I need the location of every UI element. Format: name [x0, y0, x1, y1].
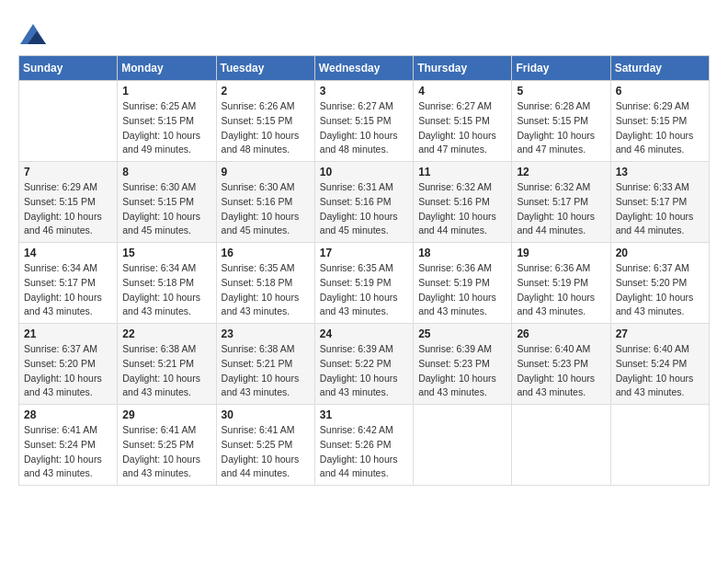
day-info: Sunrise: 6:42 AMSunset: 5:26 PMDaylight:… [320, 423, 408, 481]
day-info: Sunrise: 6:30 AMSunset: 5:15 PMDaylight:… [122, 180, 210, 238]
day-info: Sunrise: 6:27 AMSunset: 5:15 PMDaylight:… [418, 99, 506, 157]
day-number: 15 [122, 247, 210, 259]
day-info: Sunrise: 6:36 AMSunset: 5:19 PMDaylight:… [418, 261, 506, 319]
day-info: Sunrise: 6:37 AMSunset: 5:20 PMDaylight:… [616, 261, 704, 319]
day-number: 10 [320, 166, 408, 178]
day-number: 12 [517, 166, 605, 178]
day-info: Sunrise: 6:32 AMSunset: 5:16 PMDaylight:… [418, 180, 506, 238]
day-info: Sunrise: 6:34 AMSunset: 5:17 PMDaylight:… [24, 261, 112, 319]
week-row-3: 14Sunrise: 6:34 AMSunset: 5:17 PMDayligh… [19, 243, 710, 324]
day-number: 25 [418, 327, 506, 340]
calendar-cell: 11Sunrise: 6:32 AMSunset: 5:16 PMDayligh… [414, 162, 512, 243]
day-number: 26 [517, 327, 605, 340]
week-row-2: 7Sunrise: 6:29 AMSunset: 5:15 PMDaylight… [19, 162, 710, 243]
day-number: 8 [122, 166, 210, 178]
calendar-cell: 20Sunrise: 6:37 AMSunset: 5:20 PMDayligh… [610, 243, 709, 324]
day-number: 29 [122, 408, 210, 421]
calendar-cell: 5Sunrise: 6:28 AMSunset: 5:15 PMDaylight… [512, 81, 610, 162]
calendar-cell: 28Sunrise: 6:41 AMSunset: 5:24 PMDayligh… [19, 405, 118, 486]
day-info: Sunrise: 6:25 AMSunset: 5:15 PMDaylight:… [122, 99, 210, 157]
day-number: 31 [320, 408, 408, 421]
day-info: Sunrise: 6:28 AMSunset: 5:15 PMDaylight:… [517, 99, 605, 157]
calendar-cell [414, 405, 512, 486]
day-number: 27 [616, 327, 704, 340]
day-info: Sunrise: 6:32 AMSunset: 5:17 PMDaylight:… [517, 180, 605, 238]
day-info: Sunrise: 6:40 AMSunset: 5:23 PMDaylight:… [517, 342, 605, 400]
day-info: Sunrise: 6:26 AMSunset: 5:15 PMDaylight:… [222, 99, 310, 157]
day-number: 4 [418, 85, 506, 98]
day-number: 1 [122, 85, 210, 98]
calendar-cell: 8Sunrise: 6:30 AMSunset: 5:15 PMDaylight… [118, 162, 216, 243]
day-info: Sunrise: 6:39 AMSunset: 5:22 PMDaylight:… [320, 342, 408, 400]
day-number: 6 [616, 85, 704, 98]
calendar-cell: 9Sunrise: 6:30 AMSunset: 5:16 PMDaylight… [216, 162, 314, 243]
calendar-table: SundayMondayTuesdayWednesdayThursdayFrid… [18, 55, 710, 486]
day-info: Sunrise: 6:35 AMSunset: 5:18 PMDaylight:… [222, 261, 310, 319]
day-number: 30 [222, 408, 310, 421]
day-number: 11 [418, 166, 506, 178]
column-header-sunday: Sunday [19, 56, 118, 81]
calendar-cell: 30Sunrise: 6:41 AMSunset: 5:25 PMDayligh… [216, 405, 314, 486]
day-info: Sunrise: 6:37 AMSunset: 5:20 PMDaylight:… [24, 342, 112, 400]
week-row-4: 21Sunrise: 6:37 AMSunset: 5:20 PMDayligh… [19, 324, 710, 405]
day-number: 28 [24, 408, 112, 421]
calendar-cell: 26Sunrise: 6:40 AMSunset: 5:23 PMDayligh… [512, 324, 610, 405]
week-row-1: 1Sunrise: 6:25 AMSunset: 5:15 PMDaylight… [19, 81, 710, 162]
calendar-cell [512, 405, 610, 486]
week-row-5: 28Sunrise: 6:41 AMSunset: 5:24 PMDayligh… [19, 405, 710, 486]
calendar-cell: 21Sunrise: 6:37 AMSunset: 5:20 PMDayligh… [19, 324, 118, 405]
calendar-cell: 15Sunrise: 6:34 AMSunset: 5:18 PMDayligh… [118, 243, 216, 324]
day-info: Sunrise: 6:29 AMSunset: 5:15 PMDaylight:… [24, 180, 112, 238]
day-info: Sunrise: 6:36 AMSunset: 5:19 PMDaylight:… [517, 261, 605, 319]
day-info: Sunrise: 6:41 AMSunset: 5:25 PMDaylight:… [222, 423, 310, 481]
day-info: Sunrise: 6:38 AMSunset: 5:21 PMDaylight:… [122, 342, 210, 400]
calendar-cell: 25Sunrise: 6:39 AMSunset: 5:23 PMDayligh… [414, 324, 512, 405]
day-info: Sunrise: 6:31 AMSunset: 5:16 PMDaylight:… [320, 180, 408, 238]
day-number: 3 [320, 85, 408, 98]
calendar-cell: 19Sunrise: 6:36 AMSunset: 5:19 PMDayligh… [512, 243, 610, 324]
calendar-cell: 18Sunrise: 6:36 AMSunset: 5:19 PMDayligh… [414, 243, 512, 324]
column-header-saturday: Saturday [610, 56, 709, 81]
day-info: Sunrise: 6:30 AMSunset: 5:16 PMDaylight:… [222, 180, 310, 238]
logo [18, 24, 46, 40]
day-number: 20 [616, 247, 704, 259]
column-header-thursday: Thursday [414, 56, 512, 81]
day-info: Sunrise: 6:39 AMSunset: 5:23 PMDaylight:… [418, 342, 506, 400]
column-header-wednesday: Wednesday [314, 56, 413, 81]
page-header [18, 18, 710, 40]
calendar-header-row: SundayMondayTuesdayWednesdayThursdayFrid… [19, 56, 710, 81]
calendar-cell [610, 405, 709, 486]
column-header-monday: Monday [118, 56, 216, 81]
day-number: 22 [122, 327, 210, 340]
day-info: Sunrise: 6:38 AMSunset: 5:21 PMDaylight:… [222, 342, 310, 400]
day-number: 17 [320, 247, 408, 259]
calendar-cell [19, 81, 118, 162]
calendar-cell: 13Sunrise: 6:33 AMSunset: 5:17 PMDayligh… [610, 162, 709, 243]
calendar-cell: 12Sunrise: 6:32 AMSunset: 5:17 PMDayligh… [512, 162, 610, 243]
calendar-cell: 7Sunrise: 6:29 AMSunset: 5:15 PMDaylight… [19, 162, 118, 243]
day-info: Sunrise: 6:41 AMSunset: 5:24 PMDaylight:… [24, 423, 112, 481]
day-number: 21 [24, 327, 112, 340]
day-info: Sunrise: 6:29 AMSunset: 5:15 PMDaylight:… [616, 99, 704, 157]
logo-icon [20, 24, 46, 44]
day-number: 16 [222, 247, 310, 259]
calendar-cell: 14Sunrise: 6:34 AMSunset: 5:17 PMDayligh… [19, 243, 118, 324]
day-number: 9 [222, 166, 310, 178]
day-number: 7 [24, 166, 112, 178]
day-number: 19 [517, 247, 605, 259]
calendar-cell: 1Sunrise: 6:25 AMSunset: 5:15 PMDaylight… [118, 81, 216, 162]
day-number: 18 [418, 247, 506, 259]
day-number: 24 [320, 327, 408, 340]
calendar-cell: 4Sunrise: 6:27 AMSunset: 5:15 PMDaylight… [414, 81, 512, 162]
day-number: 5 [517, 85, 605, 98]
day-number: 23 [222, 327, 310, 340]
day-info: Sunrise: 6:27 AMSunset: 5:15 PMDaylight:… [320, 99, 408, 157]
calendar-cell: 3Sunrise: 6:27 AMSunset: 5:15 PMDaylight… [314, 81, 413, 162]
calendar-cell: 29Sunrise: 6:41 AMSunset: 5:25 PMDayligh… [118, 405, 216, 486]
day-info: Sunrise: 6:34 AMSunset: 5:18 PMDaylight:… [122, 261, 210, 319]
calendar-cell: 2Sunrise: 6:26 AMSunset: 5:15 PMDaylight… [216, 81, 314, 162]
calendar-cell: 16Sunrise: 6:35 AMSunset: 5:18 PMDayligh… [216, 243, 314, 324]
calendar-cell: 17Sunrise: 6:35 AMSunset: 5:19 PMDayligh… [314, 243, 413, 324]
calendar-cell: 23Sunrise: 6:38 AMSunset: 5:21 PMDayligh… [216, 324, 314, 405]
column-header-tuesday: Tuesday [216, 56, 314, 81]
